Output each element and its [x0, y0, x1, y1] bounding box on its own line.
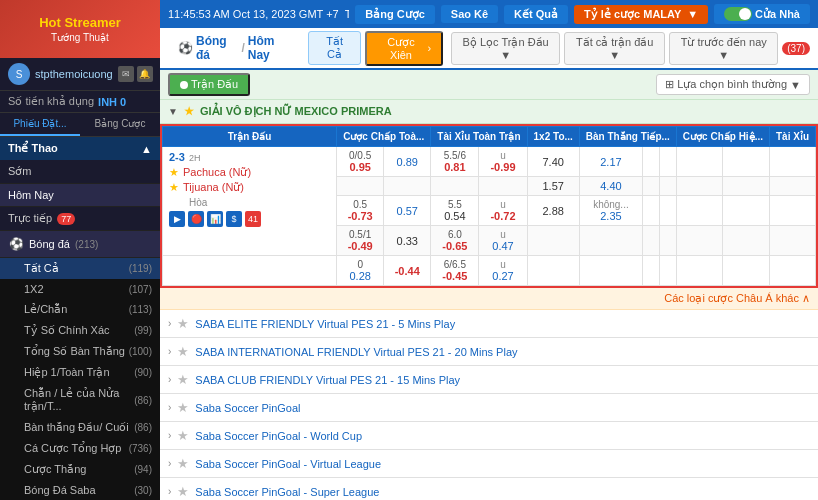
tatca-label: Tất Cả: [24, 262, 59, 275]
sub-item-tongso[interactable]: Tổng Số Bàn Thắng (100): [0, 341, 160, 362]
list-item-6[interactable]: › ★ Saba Soccer PinGoal - Super League: [160, 478, 818, 500]
tat-ca-button[interactable]: Tất Cả: [308, 31, 362, 65]
list-item-3[interactable]: › ★ Saba Soccer PinGoal: [160, 394, 818, 422]
th-tai-xiu: Tài Xỉu Toàn Trận: [431, 127, 527, 147]
sao-ke-button[interactable]: Sao Kê: [441, 5, 498, 23]
tab-bang-cuoc[interactable]: Bảng Cược: [80, 113, 160, 136]
cuoc-xien-button[interactable]: Cược Xiên ›: [365, 31, 443, 66]
banthang3-cell[interactable]: không... 2.35: [579, 196, 642, 226]
topbar-news: Tip top, all bets taken are considered N…: [345, 8, 350, 20]
tran-dau-button[interactable]: Trận Đấu: [168, 73, 250, 96]
tai2-val2-cell[interactable]: u -0.72: [479, 196, 527, 226]
league-header[interactable]: ▼ ★ GIẢI VÔ ĐỊCH NỮ MEXICO PRIMERA: [160, 100, 818, 124]
chap2-val2-cell[interactable]: 0.57: [384, 196, 431, 226]
tran-dau-label: Trận Đấu: [191, 78, 238, 91]
ket-qua-button[interactable]: Kết Quả: [504, 5, 568, 24]
nav-bongda[interactable]: ⚽ Bóng đá / Hôm Nay: [168, 28, 304, 70]
chap1-val2-cell[interactable]: 0.89: [384, 147, 431, 177]
bell-icon[interactable]: 🔔: [137, 66, 153, 82]
x1x2-3-cell[interactable]: 2.88: [527, 196, 579, 226]
menu-item-tructiep[interactable]: Trực tiếp 77: [0, 207, 160, 231]
message-icon[interactable]: ✉: [118, 66, 134, 82]
chart-icon[interactable]: 📊: [207, 211, 223, 227]
lechan-label: Lẻ/Chẵn: [24, 303, 67, 316]
sub-item-lechan[interactable]: Lẻ/Chẵn (113): [0, 299, 160, 320]
tai4-val2-cell[interactable]: u 0.27: [479, 256, 527, 286]
play-icon[interactable]: ▶: [169, 211, 185, 227]
x1x2-cell[interactable]: 7.40: [527, 147, 579, 177]
list-item-2[interactable]: › ★ SABA CLUB FRIENDLY Virtual PES 21 - …: [160, 366, 818, 394]
tai1-cell[interactable]: 5.5/6 0.81: [431, 147, 479, 177]
chap3-val-cell[interactable]: 0.5/1 -0.49: [337, 226, 384, 256]
user-row: S stpthemoicuong ✉ 🔔: [0, 58, 160, 91]
sub-item-chanle[interactable]: Chẵn / Lẻ của Nửa trận/T... (86): [0, 383, 160, 417]
league-star[interactable]: ★: [184, 105, 194, 118]
chap2-val2: 0.57: [390, 205, 424, 217]
banthang1-cell[interactable]: 2.17: [579, 147, 642, 177]
empty-cell5: [769, 147, 815, 177]
team2-name[interactable]: Tijuana (Nữ): [183, 181, 244, 194]
tu-truoc-button[interactable]: Từ trước đến nay ▼: [669, 32, 778, 65]
list-item-1[interactable]: › ★ SABA INTERNATIONAL FRIENDLY Virtual …: [160, 338, 818, 366]
tai1-val2-cell[interactable]: u -0.99: [479, 147, 527, 177]
star-team1[interactable]: ★: [169, 166, 179, 179]
lua-chon-button[interactable]: ⊞ Lựa chọn bình thường ▼: [656, 74, 810, 95]
chap2-val-cell[interactable]: 0.5 -0.73: [337, 196, 384, 226]
tyso-count: (99): [134, 325, 152, 336]
star-icon-3[interactable]: ★: [177, 400, 189, 415]
list-item-0[interactable]: › ★ SABA ELITE FRIENDLY Virtual PES 21 -…: [160, 310, 818, 338]
chap1-val[interactable]: 0/0.5 0.95: [337, 147, 384, 177]
star-icon-1[interactable]: ★: [177, 344, 189, 359]
toggle-switch[interactable]: [724, 7, 752, 21]
arrow-icon-0: ›: [168, 318, 171, 329]
tai2-cell[interactable]: 5.5 0.54: [431, 196, 479, 226]
sub-item-tatca[interactable]: Tất Cả (119): [0, 258, 160, 279]
ty-le-button[interactable]: Tỷ lẻ cược MALAY ▼: [574, 5, 708, 24]
live-icon[interactable]: 🔴: [188, 211, 204, 227]
dollar-icon[interactable]: $: [226, 211, 242, 227]
tab-phieu-dat[interactable]: Phiếu Đặt...: [0, 113, 80, 136]
banthang3-label: không...: [586, 199, 636, 210]
sub-item-hiep1[interactable]: Hiệp 1/Toàn Trận (90): [0, 362, 160, 383]
bo-loc-button[interactable]: Bộ Lọc Trận Đầu ▼: [451, 32, 560, 65]
content-area: ▼ ★ GIẢI VÔ ĐỊCH NỮ MEXICO PRIMERA Trận …: [160, 100, 818, 500]
sub-item-tyso[interactable]: Tỷ Số Chính Xác (99): [0, 320, 160, 341]
banthang2-cell[interactable]: 4.40: [579, 177, 642, 196]
sub-item-1x2[interactable]: 1X2 (107): [0, 279, 160, 299]
list-item-5[interactable]: › ★ Saba Soccer PinGoal - Virtual League: [160, 450, 818, 478]
star-icon-2[interactable]: ★: [177, 372, 189, 387]
star-icon-5[interactable]: ★: [177, 456, 189, 471]
chap4-val2-cell[interactable]: -0.44: [384, 256, 431, 286]
sub-item-banthang[interactable]: Bàn thắng Đầu/ Cuối (86): [0, 417, 160, 438]
tai4-cell[interactable]: 6/6.5 -0.45: [431, 256, 479, 286]
clock-icon[interactable]: 41: [245, 211, 261, 227]
star-icon-0[interactable]: ★: [177, 316, 189, 331]
list-item-4[interactable]: › ★ Saba Soccer PinGoal - World Cup: [160, 422, 818, 450]
chap3-val2: 0.33: [390, 235, 424, 247]
chap3-val2-cell[interactable]: 0.33: [384, 226, 431, 256]
match-table-wrapper: Trận Đấu Cược Chấp Toà... Tài Xỉu Toàn T…: [160, 124, 818, 288]
chap4-val-cell[interactable]: 0 0.28: [337, 256, 384, 286]
menu-item-homnay[interactable]: Hôm Nay: [0, 184, 160, 207]
sub-item-cacuoc[interactable]: Cá Cược Tổng Hợp (736): [0, 438, 160, 459]
bang-cuoc-button[interactable]: Bảng Cược: [355, 5, 435, 24]
menu-item-som[interactable]: Sớm: [0, 160, 160, 184]
r4e2: [643, 226, 660, 256]
sport-bongda[interactable]: ⚽ Bóng đá (213): [0, 231, 160, 258]
tai3-val2-cell[interactable]: u 0.47: [479, 226, 527, 256]
star-team2[interactable]: ★: [169, 181, 179, 194]
star-icon-4[interactable]: ★: [177, 428, 189, 443]
league-label: GIẢI VÔ ĐỊCH NỮ MEXICO PRIMERA: [200, 105, 392, 118]
cua-nha-button[interactable]: Cửa Nhà: [714, 4, 810, 24]
tai3-cell[interactable]: 6.0 -0.65: [431, 226, 479, 256]
sub-item-cuocthang[interactable]: Cược Thắng (94): [0, 459, 160, 480]
x1x2-2-cell[interactable]: 1.57: [527, 177, 579, 196]
tat-ca-tran-button[interactable]: Tất cả trận đầu ▼: [564, 32, 665, 65]
r3e2: [659, 196, 676, 226]
r5e6: [769, 256, 815, 286]
sub-item-saba[interactable]: Bóng Đá Saba (30): [0, 480, 160, 500]
star-icon-6[interactable]: ★: [177, 484, 189, 499]
team1-name[interactable]: Pachuca (Nữ): [183, 166, 251, 179]
more-bets-row[interactable]: Các loại cược Châu Á khác ∧: [160, 288, 818, 310]
tran-dau-dot: [180, 81, 188, 89]
